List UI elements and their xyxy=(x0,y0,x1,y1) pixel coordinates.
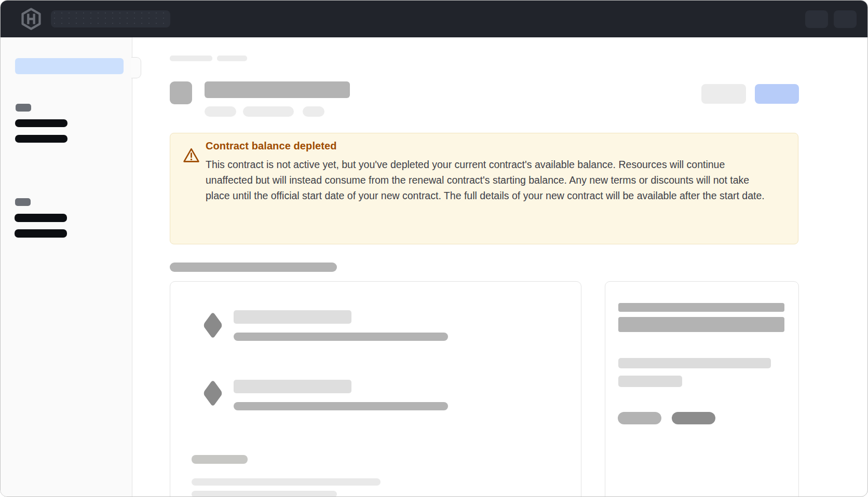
alert-title: Contract balance depleted xyxy=(206,140,337,152)
summary-heading-placeholder xyxy=(618,317,784,332)
page-icon-placeholder xyxy=(170,81,192,104)
contract-warning-alert: Contract balance depleted This contract … xyxy=(170,133,798,244)
timeline-item-text-placeholder xyxy=(234,402,448,410)
sidebar-section-label-placeholder-2 xyxy=(15,198,31,206)
summary-card xyxy=(605,281,799,497)
topbar-action-button-1[interactable] xyxy=(805,10,828,28)
topbar xyxy=(1,1,867,37)
topbar-action-button-2[interactable] xyxy=(834,10,857,28)
sidebar-selected-item-placeholder[interactable] xyxy=(15,58,124,74)
sidebar xyxy=(1,37,132,497)
sidebar-nav-item-placeholder[interactable] xyxy=(15,135,67,143)
timeline-badge-placeholder xyxy=(192,455,248,464)
breadcrumb-segment-placeholder[interactable] xyxy=(217,56,247,61)
section-heading-placeholder xyxy=(170,263,337,272)
primary-action-button-placeholder[interactable] xyxy=(755,84,799,104)
warning-triangle-icon xyxy=(183,147,200,163)
timeline-text-placeholder xyxy=(192,491,337,497)
summary-text-placeholder xyxy=(618,376,682,387)
timeline-card xyxy=(170,281,581,497)
screenshot-stage: Contract balance depleted This contract … xyxy=(0,0,868,497)
app-window: Contract balance depleted This contract … xyxy=(0,0,868,497)
sidebar-section-label-placeholder-1 xyxy=(16,104,31,112)
summary-title-placeholder xyxy=(618,303,784,312)
sidebar-nav-item-placeholder[interactable] xyxy=(15,214,67,222)
page-badge-placeholder xyxy=(243,106,294,117)
page-title-placeholder xyxy=(205,81,350,98)
summary-tag-placeholder xyxy=(672,412,715,424)
secondary-action-button-placeholder[interactable] xyxy=(701,84,746,104)
sidebar-nav-item-placeholder[interactable] xyxy=(15,119,67,127)
page-badge-placeholder xyxy=(205,106,236,117)
timeline-item-title-placeholder xyxy=(234,310,351,324)
alert-body: This contract is not active yet, but you… xyxy=(206,157,766,203)
hashicorp-logo-icon xyxy=(20,7,42,31)
timeline-item-title-placeholder xyxy=(234,380,351,393)
timeline-item-text-placeholder xyxy=(234,333,448,341)
summary-tag-placeholder xyxy=(618,412,661,424)
breadcrumb-segment-placeholder[interactable] xyxy=(170,56,212,61)
sidebar-nav-item-placeholder[interactable] xyxy=(15,229,67,238)
timeline-text-placeholder xyxy=(192,478,381,486)
sidebar-collapse-handle[interactable] xyxy=(131,57,141,78)
page-badge-placeholder xyxy=(303,106,324,117)
summary-text-placeholder xyxy=(618,358,771,368)
topbar-nav-placeholder[interactable] xyxy=(51,10,170,27)
